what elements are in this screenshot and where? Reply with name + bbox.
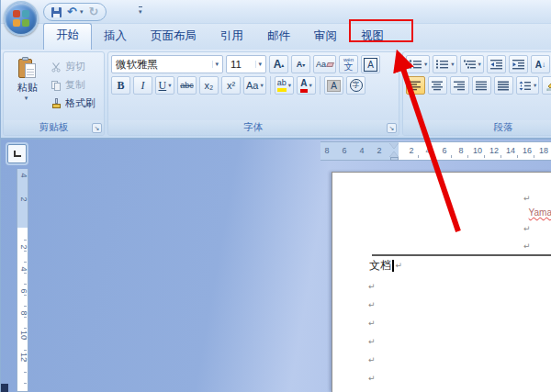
ribbon: 粘贴 ▾ 剪切 复制 格式刷 xyxy=(1,50,551,140)
tab-references[interactable]: 引用 xyxy=(208,24,255,50)
font-size-dropdown-icon[interactable]: ▾ xyxy=(255,61,264,68)
font-name-combo[interactable]: 微软雅黑 ▾ xyxy=(111,55,223,73)
italic-button[interactable]: I xyxy=(133,76,152,95)
superscript-button[interactable]: x² xyxy=(221,76,241,95)
decrease-indent-button[interactable] xyxy=(487,55,506,73)
phonetic-guide-button[interactable]: wén 文 xyxy=(339,55,358,73)
character-shading-button[interactable]: A xyxy=(324,76,343,95)
misspelled-word[interactable]: Yama xyxy=(529,207,551,218)
justify-button[interactable] xyxy=(472,76,491,95)
change-case-button[interactable]: Aa▾ xyxy=(243,76,266,95)
increase-indent-button[interactable] xyxy=(509,55,528,73)
format-painter-icon xyxy=(51,98,62,109)
paste-button[interactable]: 粘贴 ▾ xyxy=(6,55,49,120)
eraser-icon xyxy=(326,62,334,67)
customize-quick-access-icon[interactable]: ▾ xyxy=(139,6,142,16)
office-logo-tile xyxy=(13,10,20,17)
hruler-number: 16 xyxy=(522,146,533,155)
tab-review[interactable]: 审阅 xyxy=(302,24,349,50)
tab-stop-selector-button[interactable] xyxy=(7,144,27,163)
tab-view[interactable]: 视图 xyxy=(349,24,396,50)
grow-font-button[interactable]: A▴ xyxy=(269,55,288,73)
hruler-number: 2 xyxy=(406,146,417,155)
bullets-dropdown-icon[interactable]: ▾ xyxy=(424,61,427,68)
justify-icon xyxy=(476,81,488,91)
undo-icon[interactable]: ↶ xyxy=(67,6,77,17)
shrink-font-button[interactable]: A▾ xyxy=(291,55,310,73)
paragraph-mark: ↵ xyxy=(368,338,376,346)
font-name-value: 微软雅黑 xyxy=(116,58,212,72)
typed-text-line[interactable]: 文档 ↵ xyxy=(369,258,402,274)
paragraph-mark: ↵ xyxy=(368,283,376,291)
numbering-dropdown-icon[interactable]: ▾ xyxy=(451,61,454,68)
shading-button[interactable] xyxy=(542,76,551,95)
tab-home[interactable]: 开始 xyxy=(43,23,92,50)
text-highlight-glyph: ab xyxy=(277,79,287,92)
italic-glyph: I xyxy=(141,79,145,93)
separator xyxy=(320,76,320,95)
tab-page-layout[interactable]: 页面布局 xyxy=(139,24,208,50)
font-size-combo[interactable]: 11 ▾ xyxy=(226,55,266,73)
left-indent-marker[interactable] xyxy=(390,157,399,161)
multilevel-list-button[interactable]: ▾ xyxy=(460,55,484,73)
format-painter-button[interactable]: 格式刷 xyxy=(49,95,101,111)
distribute-icon xyxy=(498,81,510,91)
clipboard-dialog-launcher[interactable]: ↘ xyxy=(92,123,102,133)
vruler-number: 10 xyxy=(19,330,28,342)
copy-icon xyxy=(51,80,62,91)
line-spacing-dropdown-icon[interactable]: ▾ xyxy=(534,82,536,89)
align-left-button[interactable] xyxy=(406,76,425,95)
align-center-icon xyxy=(432,81,444,91)
font-dialog-launcher[interactable]: ↘ xyxy=(387,123,397,133)
hruler-number: 10 xyxy=(472,146,483,155)
paste-icon xyxy=(18,57,37,80)
superscript-glyph: x² xyxy=(227,80,235,91)
vruler-number: 2 xyxy=(19,241,28,253)
document-page[interactable]: Yama 文档 ↵ ↵↵↵↵↵↵↵↵↵ xyxy=(332,172,551,392)
tab-mailings[interactable]: 邮件 xyxy=(255,24,302,50)
cut-button[interactable]: 剪切 xyxy=(49,59,101,74)
bold-button[interactable]: B xyxy=(111,76,130,95)
enclose-characters-button[interactable]: 字 xyxy=(346,76,365,95)
copy-button[interactable]: 复制 xyxy=(49,77,101,93)
text-highlight-dropdown-icon[interactable]: ▾ xyxy=(288,82,291,89)
window-corner xyxy=(1,384,8,392)
distribute-button[interactable] xyxy=(494,76,513,95)
document-area: 86422468101214161820 4224681012 Yama 文档 … xyxy=(1,140,551,392)
underline-button[interactable]: U▾ xyxy=(155,76,174,95)
text-highlight-button[interactable]: ab▾ xyxy=(275,76,294,95)
redo-icon[interactable]: ↻ xyxy=(88,6,98,17)
multilevel-dropdown-icon[interactable]: ▾ xyxy=(478,61,481,68)
font-color-dropdown-icon[interactable]: ▾ xyxy=(309,82,312,89)
quick-access-toolbar: ↶ ▾ ↻ xyxy=(43,3,107,21)
numbering-button[interactable]: ▾ xyxy=(433,55,456,73)
font-name-dropdown-icon[interactable]: ▾ xyxy=(212,61,220,68)
office-button[interactable] xyxy=(4,1,39,36)
save-icon[interactable] xyxy=(51,7,62,17)
paste-dropdown-icon[interactable]: ▾ xyxy=(25,95,28,102)
subscript-button[interactable]: x₂ xyxy=(199,76,219,95)
paragraph-body: ▾ ▾ ▾ A↓ xyxy=(403,52,551,120)
font-row-1: 微软雅黑 ▾ 11 ▾ A▴ A▾ Aa wén 文 xyxy=(111,55,396,73)
sort-button[interactable]: A↓ xyxy=(531,55,550,73)
numbering-icon xyxy=(435,59,449,70)
vruler-number: 6 xyxy=(19,286,28,297)
clear-formatting-glyph: Aa xyxy=(316,60,326,69)
vertical-ruler[interactable]: 4224681012 xyxy=(17,169,28,392)
clear-formatting-button[interactable]: Aa xyxy=(313,55,336,73)
strikethrough-button[interactable]: abc xyxy=(177,76,197,95)
character-border-button[interactable]: A xyxy=(361,55,380,73)
horizontal-ruler[interactable]: 86422468101214161820 xyxy=(320,141,551,161)
undo-dropdown-icon[interactable]: ▾ xyxy=(80,8,84,16)
first-line-indent-marker[interactable] xyxy=(389,143,399,149)
underline-dropdown-icon[interactable]: ▾ xyxy=(168,82,171,89)
tab-insert[interactable]: 插入 xyxy=(92,24,139,50)
bullets-button[interactable]: ▾ xyxy=(406,55,430,73)
office-logo-tile xyxy=(13,19,20,27)
font-color-button[interactable]: A▾ xyxy=(297,76,316,95)
line-spacing-button[interactable]: ▾ xyxy=(516,76,539,95)
align-center-button[interactable] xyxy=(428,76,447,95)
hruler-margin-number: 2 xyxy=(374,146,385,155)
align-right-button[interactable] xyxy=(450,76,469,95)
change-case-dropdown-icon[interactable]: ▾ xyxy=(260,82,263,89)
